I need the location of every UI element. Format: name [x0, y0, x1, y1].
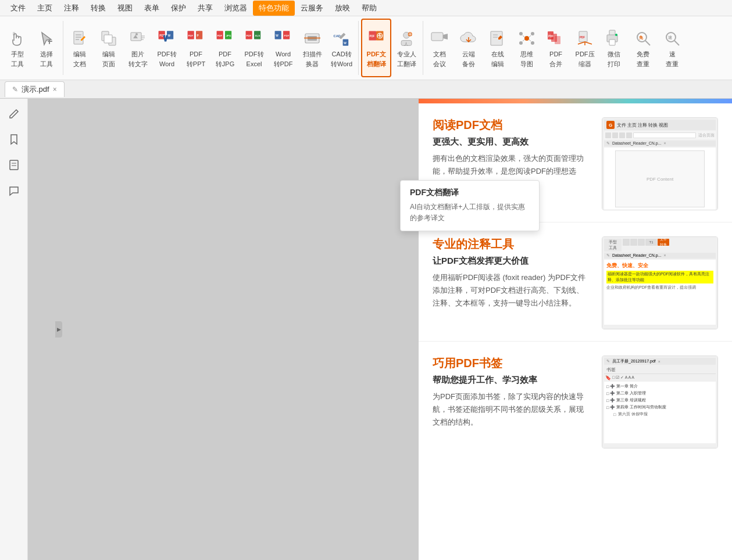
- feature-bookmark-title: 巧用PDF书签: [433, 356, 588, 371]
- mind-map-label: 思维: [520, 50, 533, 58]
- pdf-tab[interactable]: ✎ 演示.pdf ×: [5, 81, 65, 97]
- pic-text-label: 图片: [131, 50, 144, 58]
- tooltip-desc: AI自动文档翻译+人工排版，提供实惠的参考译文: [410, 202, 530, 224]
- svg-rect-47: [431, 33, 443, 41]
- cloud-backup-icon: [458, 28, 479, 49]
- menu-item-protect[interactable]: 保护: [165, 1, 192, 16]
- scan-icon: [302, 28, 323, 49]
- pdf-compress-button[interactable]: PDF PDF压 缩器: [571, 19, 599, 77]
- svg-point-56: [531, 41, 534, 45]
- menu-item-help[interactable]: 帮助: [356, 1, 383, 16]
- online-edit-button[interactable]: 在线 编辑: [484, 19, 512, 77]
- word2pdf-label2: 转PDF: [274, 60, 293, 68]
- free-check-button[interactable]: 免 免费 查重: [629, 19, 657, 77]
- svg-text:人: 人: [405, 42, 409, 46]
- main-layout: ▶ 阅读PDF文档 更强大、更实用、更高效 拥有出色的文档渲染效果，强大的页面管…: [0, 99, 732, 560]
- svg-text:PDF: PDF: [246, 34, 251, 37]
- pdf-translate-button[interactable]: PDF PDF文 档翻译: [361, 19, 391, 77]
- menu-item-cloud[interactable]: 云服务: [295, 1, 329, 16]
- svg-line-59: [523, 40, 524, 41]
- wechat-print-button[interactable]: 微信 打印: [600, 19, 628, 77]
- quick-check-button[interactable]: 速 速 查重: [658, 19, 686, 77]
- svg-point-53: [519, 32, 523, 35]
- pro-translate-button[interactable]: 人 专业人 工翻译: [392, 19, 420, 77]
- svg-rect-3: [74, 31, 83, 44]
- mind-map-button[interactable]: 思维 导图: [513, 19, 541, 77]
- cad2word-button[interactable]: CAD W CAD转 转Word: [327, 19, 356, 77]
- wechat-print-icon: [604, 28, 624, 49]
- svg-text:PDF: PDF: [188, 34, 193, 37]
- select-tool-label: 选择: [40, 50, 53, 58]
- edit-page-icon: [98, 28, 119, 49]
- edit-page-label: 编辑: [102, 50, 115, 58]
- menu-bar: 文件 主页 注释 转换 视图 表单 保护 共享 浏览器 特色功能 云服务 放映 …: [0, 0, 732, 16]
- pdf2word-icon: PDF W: [156, 28, 177, 49]
- cloud-backup-label2: 备份: [462, 60, 475, 68]
- pic-text-button[interactable]: 图片 转文字: [124, 19, 152, 77]
- sidebar-comment-button[interactable]: [3, 180, 24, 201]
- left-sidebar: [0, 99, 28, 560]
- menu-item-browser[interactable]: 浏览器: [219, 1, 253, 16]
- svg-rect-69: [609, 40, 615, 45]
- menu-item-convert[interactable]: 转换: [85, 1, 112, 16]
- pdf-compress-label2: 缩器: [579, 60, 591, 68]
- menu-item-annotation[interactable]: 注释: [58, 1, 85, 16]
- menu-item-view[interactable]: 视图: [112, 1, 138, 16]
- feature-bookmark: 巧用PDF书签 帮助您提升工作、学习效率 为PDF页面添加书签，除了实现内容的快…: [419, 342, 732, 460]
- pdf-merge-button[interactable]: PDF PDF 合并: [542, 19, 570, 77]
- feature-annotation-text: 专业的注释工具 让PDF文档发挥更大价值 使用福昕PDF阅读器 (foxit r…: [433, 236, 588, 310]
- menu-item-form[interactable]: 表单: [138, 1, 165, 16]
- tab-edit-icon: ✎: [12, 85, 18, 94]
- feature-bookmark-image: ✎ 员工手册_20120917.pdf × 书签 🔖 □ ☑ ✓ A A A □…: [602, 356, 718, 448]
- doc-meeting-icon: [429, 28, 450, 49]
- edit-doc-label: 编辑: [73, 50, 86, 58]
- pro-translate-icon: 人: [396, 28, 417, 49]
- pdf2excel-label: PDF转: [245, 50, 264, 58]
- mind-map-label2: 导图: [520, 60, 533, 68]
- svg-line-60: [529, 40, 531, 41]
- svg-marker-48: [443, 34, 448, 40]
- hand-tool-label: 手型: [11, 50, 24, 58]
- edit-page-button[interactable]: 编辑 页面: [95, 19, 123, 77]
- pdf-compress-icon: PDF: [574, 28, 595, 49]
- header-strip: [419, 99, 732, 103]
- tab-close-button[interactable]: ×: [53, 85, 57, 94]
- sidebar-collapse-button[interactable]: ▶: [55, 321, 62, 338]
- doc-meeting-button[interactable]: 文档 会议: [426, 19, 454, 77]
- edit-doc-button[interactable]: 编辑 文档: [66, 19, 94, 77]
- word2pdf-label: Word: [276, 50, 291, 58]
- svg-point-55: [519, 41, 523, 45]
- scan-button[interactable]: 扫描件 换器: [298, 19, 326, 77]
- feature-annotation-subtitle: 让PDF文档发挥更大价值: [433, 256, 588, 267]
- word2pdf-button[interactable]: W PDF Word 转PDF: [269, 19, 297, 77]
- sidebar-bookmark-button[interactable]: [3, 129, 24, 150]
- select-tool-button[interactable]: 选择 工具: [33, 19, 60, 77]
- doc-meeting-label: 文档: [433, 50, 446, 58]
- cloud-backup-button[interactable]: 云端 备份: [455, 19, 483, 77]
- pic-text-icon: [127, 28, 148, 49]
- toolbar: 手型 工具 选择 工具 编辑 文档: [0, 16, 732, 80]
- sidebar-pencil-button[interactable]: [3, 103, 24, 124]
- pdf2ppt-button[interactable]: PDF P PDF 转PPT: [182, 19, 210, 77]
- sidebar-page-button[interactable]: [3, 155, 24, 175]
- pdf2jpg-button[interactable]: PDF JPG PDF 转JPG: [211, 19, 239, 77]
- svg-text:速: 速: [668, 35, 673, 40]
- svg-rect-9: [104, 35, 112, 43]
- menu-item-share[interactable]: 共享: [192, 1, 219, 16]
- menu-item-home[interactable]: 主页: [31, 1, 58, 16]
- menu-item-file[interactable]: 文件: [5, 1, 31, 16]
- pdf2excel-button[interactable]: PDF XLS PDF转 Excel: [240, 19, 268, 77]
- feature-bookmark-desc: 为PDF页面添加书签，除了实现内容的快速导航，书签还能指明不同书签的层级关系，展…: [433, 390, 588, 429]
- hand-tool-button[interactable]: 手型 工具: [3, 19, 31, 77]
- svg-rect-77: [10, 160, 18, 170]
- svg-text:PDF: PDF: [284, 34, 290, 37]
- separator-2: [358, 21, 359, 75]
- menu-item-slideshow[interactable]: 放映: [329, 1, 356, 16]
- pdf-merge-label2: 合并: [549, 60, 562, 68]
- pro-translate-label: 专业人: [397, 50, 416, 58]
- svg-text:免: 免: [638, 35, 644, 40]
- menu-item-features[interactable]: 特色功能: [253, 1, 295, 16]
- svg-point-12: [135, 33, 138, 35]
- wechat-print-label2: 打印: [608, 60, 620, 68]
- pdf2word-button[interactable]: PDF W PDF转 Word: [153, 19, 181, 77]
